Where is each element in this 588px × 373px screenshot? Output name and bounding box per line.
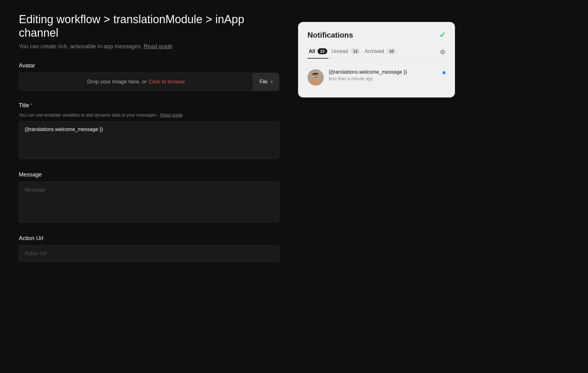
avatar-label: Avatar	[19, 62, 279, 69]
title-hint: You can use template variables to add dy…	[19, 113, 279, 118]
tab-archived-label: Archived	[365, 49, 384, 54]
svg-rect-4	[313, 73, 318, 74]
svg-point-2	[314, 75, 315, 76]
right-panel: Notifications ✓ All 22 Unread 12 Archive…	[298, 13, 461, 273]
notifications-tabs: All 22 Unread 12 Archived 10 ⚙	[307, 46, 446, 59]
notification-time: less than a minute ago	[329, 76, 446, 81]
notification-item: {{translations.welcome_message }} less t…	[307, 66, 446, 89]
settings-icon[interactable]: ⚙	[440, 48, 446, 56]
avatar-upload-area[interactable]: Drop your Image here, or Click to browse…	[19, 73, 279, 91]
title-section: Title* You can use template variables to…	[19, 102, 279, 160]
svg-point-3	[316, 75, 318, 76]
left-panel: Editing workflow > translationModule > i…	[19, 13, 279, 273]
message-input[interactable]	[19, 182, 279, 223]
avatar-section: Avatar Drop your Image here, or Click to…	[19, 62, 279, 91]
page-subtitle: You can create rich, actionable in-app m…	[19, 43, 279, 50]
check-icon: ✓	[439, 31, 446, 39]
tab-all-label: All	[309, 49, 315, 54]
avatar-drop-zone[interactable]: Drop your Image here, or Click to browse	[19, 73, 253, 91]
read-guide-link-subtitle[interactable]: Read guide	[144, 43, 173, 50]
message-label: Message	[19, 171, 279, 178]
message-section: Message	[19, 171, 279, 224]
notification-unread-dot	[442, 71, 446, 74]
notifications-header: Notifications ✓	[307, 31, 446, 39]
title-input[interactable]: {{translations.welcome_message }}	[19, 121, 279, 159]
tab-all-badge: 22	[318, 48, 327, 54]
avatar	[307, 69, 324, 86]
click-to-browse[interactable]: Click to browse	[149, 79, 185, 85]
page-title: Editing workflow > translationModule > i…	[19, 13, 279, 39]
action-url-input[interactable]	[19, 245, 279, 262]
tab-archived-badge: 10	[387, 48, 396, 54]
action-url-label: Action Url	[19, 235, 279, 242]
tab-all[interactable]: All 22	[307, 46, 329, 59]
action-url-section: Action Url	[19, 235, 279, 262]
avatar-file-button[interactable]: File ▾	[253, 73, 279, 91]
tab-unread-badge: 12	[350, 48, 360, 54]
notification-message: {{translations.welcome_message }}	[329, 69, 446, 75]
title-label: Title*	[19, 102, 279, 109]
chevron-down-icon: ▾	[271, 80, 273, 84]
tab-unread-label: Unread	[332, 49, 348, 54]
tab-archived[interactable]: Archived 10	[363, 46, 398, 59]
notifications-card: Notifications ✓ All 22 Unread 12 Archive…	[298, 22, 455, 97]
tab-unread[interactable]: Unread 12	[330, 46, 361, 59]
read-guide-link-title[interactable]: Read guide	[160, 113, 183, 118]
notifications-title: Notifications	[307, 31, 353, 39]
notification-content: {{translations.welcome_message }} less t…	[329, 69, 446, 81]
